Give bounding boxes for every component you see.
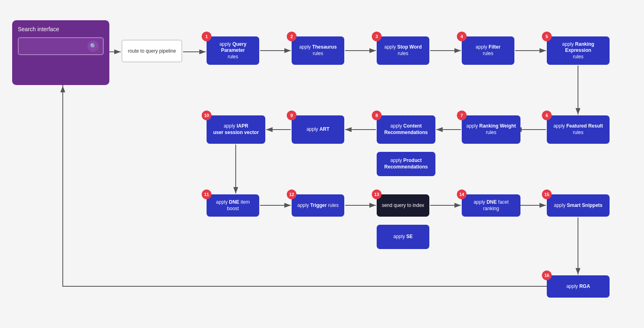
node-2[interactable]: 2 apply Thesaurusrules (292, 36, 344, 65)
node-5[interactable]: 5 apply Ranking Expressionrules (547, 36, 610, 65)
node-product-recommendations[interactable]: apply Product Recommendations (377, 152, 435, 176)
search-bar: 🔍 (18, 37, 104, 55)
search-icon: 🔍 (87, 40, 99, 52)
node-8[interactable]: 8 apply Content Recommendations (377, 115, 435, 144)
node-3[interactable]: 3 apply Stop Wordrules (377, 36, 429, 65)
node-15-label: apply Smart Snippets (554, 202, 602, 209)
node-10[interactable]: 10 apply IAPRuser session vector (207, 115, 265, 144)
node-6[interactable]: 6 apply Featured Resultrules (547, 115, 610, 144)
node-16[interactable]: 16 apply RGA (547, 275, 610, 298)
badge-5: 5 (542, 32, 552, 41)
badge-1: 1 (202, 32, 211, 41)
badge-16: 16 (542, 270, 552, 280)
node-16-label: apply RGA (566, 283, 590, 290)
diagram-container: Search interface 🔍 route to query pipeli… (0, 0, 644, 328)
search-interface-label: Search interface (18, 26, 104, 32)
node-9[interactable]: 9 apply ART (292, 115, 344, 144)
node-5-label: apply Ranking Expressionrules (551, 41, 606, 60)
node-14-label: apply DNE facet ranking (466, 199, 516, 212)
node-6-label: apply Featured Resultrules (553, 123, 603, 136)
search-input[interactable] (23, 41, 87, 51)
node-14[interactable]: 14 apply DNE facet ranking (462, 194, 520, 217)
badge-9: 9 (287, 111, 296, 120)
node-product-label: apply Product Recommendations (381, 158, 431, 170)
node-12[interactable]: 12 apply Trigger rules (292, 194, 344, 217)
node-se-label: apply SE (393, 234, 413, 240)
badge-7: 7 (457, 111, 467, 120)
node-7[interactable]: 7 apply Ranking Weightrules (462, 115, 520, 144)
node-13[interactable]: 13 send query to index (377, 194, 429, 217)
node-12-label: apply Trigger rules (297, 202, 339, 209)
node-3-label: apply Stop Wordrules (384, 44, 422, 57)
badge-13: 13 (372, 190, 382, 199)
badge-8: 8 (372, 111, 382, 120)
badge-12: 12 (287, 190, 296, 199)
node-7-label: apply Ranking Weightrules (466, 123, 516, 136)
badge-15: 15 (542, 190, 552, 199)
node-se[interactable]: apply SE (377, 225, 429, 249)
node-8-label: apply Content Recommendations (381, 123, 431, 136)
node-1[interactable]: 1 apply Query Parameterrules (207, 36, 259, 65)
badge-11: 11 (202, 190, 211, 199)
node-10-label: apply IAPRuser session vector (213, 123, 259, 136)
node-4-label: apply Filterrules (476, 44, 500, 57)
node-4[interactable]: 4 apply Filterrules (462, 36, 514, 65)
badge-10: 10 (202, 111, 211, 120)
node-11-label: apply DNE item boost (211, 199, 255, 212)
badge-14: 14 (457, 190, 467, 199)
search-interface-box: Search interface 🔍 (12, 20, 109, 85)
node-2-label: apply Thesaurusrules (299, 44, 337, 57)
badge-2: 2 (287, 32, 296, 41)
badge-4: 4 (457, 32, 467, 41)
route-box: route to query pipeline (122, 40, 182, 62)
node-13-label: send query to index (382, 202, 424, 209)
badge-3: 3 (372, 32, 382, 41)
node-11[interactable]: 11 apply DNE item boost (207, 194, 259, 217)
node-9-label: apply ART (307, 126, 330, 133)
node-1-label: apply Query Parameterrules (211, 41, 255, 60)
badge-6: 6 (542, 111, 552, 120)
node-15[interactable]: 15 apply Smart Snippets (547, 194, 610, 217)
